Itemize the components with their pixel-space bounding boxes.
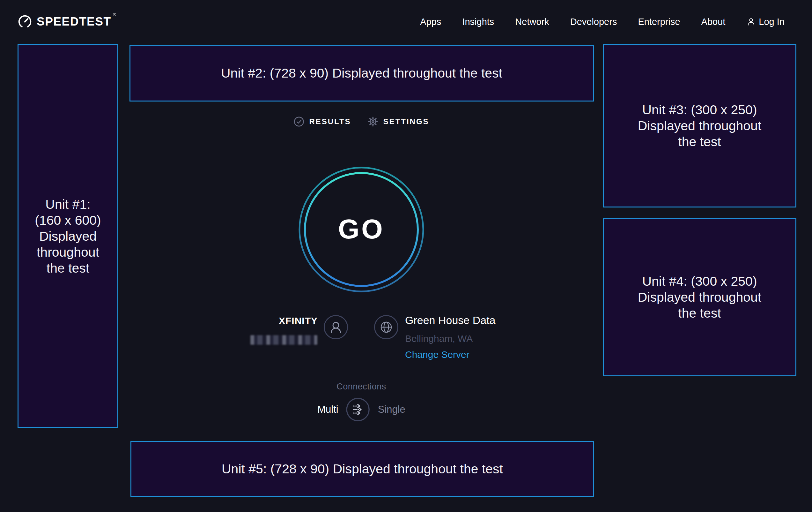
nav-item-network[interactable]: Network [515, 17, 549, 27]
ad-unit-1-line: throughout [37, 244, 99, 260]
multi-connections-icon [346, 397, 370, 422]
nav-item-enterprise[interactable]: Enterprise [638, 17, 680, 27]
nav-item-about[interactable]: About [701, 17, 726, 27]
nav-item-developers[interactable]: Developers [570, 17, 617, 27]
login-label: Log In [759, 17, 785, 27]
go-button[interactable]: GO [294, 162, 428, 297]
connections-label: Connections [337, 382, 386, 392]
logo-registered-mark: ® [113, 12, 116, 17]
speedometer-icon [18, 15, 32, 29]
ad-unit-1-line: Displayed [39, 228, 97, 244]
tab-results-label: RESULTS [309, 117, 351, 126]
ad-unit-4-line: Displayed throughout [638, 289, 761, 305]
server-location: Bellingham, WA [405, 333, 473, 344]
isp-ip-redacted [250, 335, 317, 345]
nav-item-insights[interactable]: Insights [462, 17, 494, 27]
ad-unit-1-line: the test [47, 260, 89, 276]
tab-results[interactable]: RESULTS [293, 116, 351, 127]
connections-multi-label[interactable]: Multi [317, 404, 338, 415]
ad-unit-4-line: the test [678, 305, 721, 321]
speedtest-logo[interactable]: SPEEDTEST ® [18, 0, 116, 44]
ad-unit-1-line: Unit #1: [45, 196, 90, 212]
connections-row: Multi Single [317, 397, 405, 422]
change-server-link[interactable]: Change Server [405, 349, 469, 360]
ad-unit-3-line: the test [678, 134, 721, 150]
ad-unit-3-line: Unit #3: (300 x 250) [642, 102, 757, 118]
server-name: Green House Data [405, 314, 496, 327]
ad-unit-4: Unit #4: (300 x 250) Displayed throughou… [603, 218, 796, 376]
check-circle-icon [293, 116, 304, 127]
ad-unit-3-line: Displayed throughout [638, 118, 761, 134]
user-icon [323, 315, 348, 340]
connections-single-label[interactable]: Single [378, 404, 405, 415]
login-link[interactable]: Log In [746, 17, 785, 27]
person-icon [746, 17, 756, 26]
ad-unit-3: Unit #3: (300 x 250) Displayed throughou… [603, 44, 796, 208]
ad-unit-2-line: Unit #2: (728 x 90) Displayed throughout… [221, 65, 502, 81]
globe-icon [374, 315, 399, 340]
nav-item-apps[interactable]: Apps [420, 17, 441, 27]
logo-text: SPEEDTEST [37, 15, 111, 28]
tab-settings[interactable]: SETTINGS [368, 116, 429, 127]
ad-unit-5: Unit #5: (728 x 90) Displayed throughout… [130, 441, 594, 497]
isp-name: XFINITY [249, 315, 318, 326]
ad-unit-5-line: Unit #5: (728 x 90) Displayed throughout… [222, 461, 503, 477]
app-header: SPEEDTEST ® Apps Insights Network Develo… [0, 0, 812, 44]
ad-unit-4-line: Unit #4: (300 x 250) [642, 273, 757, 289]
tab-settings-label: SETTINGS [383, 117, 429, 126]
ad-unit-1: Unit #1: (160 x 600) Displayed throughou… [18, 44, 118, 428]
gear-icon [368, 116, 379, 127]
main-nav: Apps Insights Network Developers Enterpr… [420, 0, 785, 44]
go-label: GO [338, 213, 385, 245]
connections-toggle[interactable] [346, 397, 370, 422]
ad-unit-2: Unit #2: (728 x 90) Displayed throughout… [129, 45, 594, 102]
ad-unit-1-line: (160 x 600) [35, 212, 101, 228]
tabs-row: RESULTS SETTINGS [293, 116, 429, 127]
